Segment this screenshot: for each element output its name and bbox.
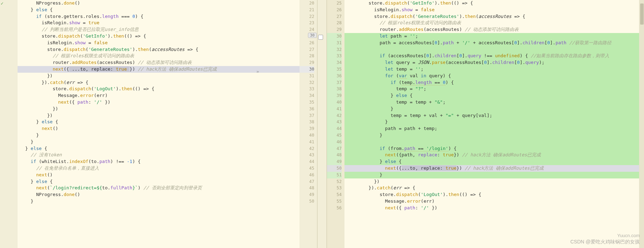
left-pane[interactable]: ✓ NProgress.done() } else { if (store.ge… — [0, 0, 317, 248]
watermark-yuucn: Yuucn.com — [617, 233, 640, 238]
right-gutter: 2526272829303132333435363738394041424344… — [327, 0, 344, 248]
left-gutter — [0, 0, 18, 248]
status-check-icon: ✓ — [1, 1, 4, 6]
watermark-csdn: CSDN @爱吃火鸡味锅巴的女孩 — [570, 239, 640, 245]
diff-viewer: ✓ NProgress.done() } else { if (store.ge… — [0, 0, 644, 248]
minimap[interactable] — [639, 0, 644, 248]
right-code[interactable]: store.dispatch('GetInfo').then(() => { i… — [344, 0, 644, 248]
divider[interactable]: 30 — [317, 0, 327, 248]
right-pane[interactable]: ⚠ 25262728293031323334353637383940414243… — [327, 0, 644, 248]
left-code[interactable]: NProgress.done() } else { if (store.gett… — [18, 0, 300, 248]
minimap-thumb[interactable] — [640, 4, 644, 25]
diff-arrow-icon[interactable]: » — [256, 69, 259, 74]
checkbox-icon[interactable] — [318, 35, 323, 40]
line-badge-30[interactable]: 30 — [308, 33, 317, 38]
